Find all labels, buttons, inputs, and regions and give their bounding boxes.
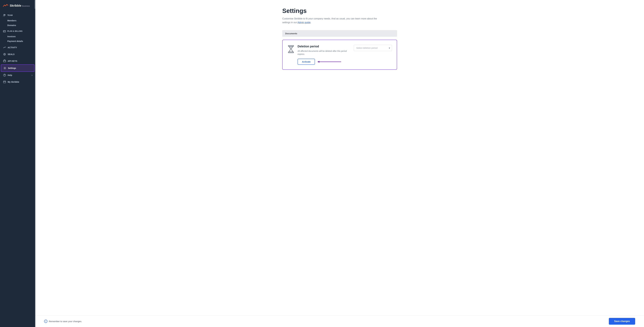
sidebar-item-payment-details[interactable]: Payment details — [0, 39, 35, 43]
nav-section-team-header[interactable]: TEAM — [0, 12, 35, 18]
hourglass-icon — [287, 45, 295, 53]
sidebar-item-api-keys[interactable]: API KEYS — [0, 58, 35, 64]
sidebar-item-seals[interactable]: SEALS — [0, 51, 35, 58]
main-content: Settings Customise Skribble to fit your … — [35, 0, 644, 327]
page-desc-part1: Customise Skribble to fit your company n… — [282, 17, 377, 20]
nav-section-billing-label: PLAN & BILLING — [7, 30, 22, 32]
sidebar: Skribble Business TEAM Members D — [0, 0, 35, 327]
svg-rect-4 — [4, 31, 4, 32]
deletion-period-select-area: Select deletion period 30 days 60 days 9… — [354, 45, 392, 51]
sidebar-item-members[interactable]: Members — [0, 18, 35, 23]
card-inner: Deletion period All affected documents w… — [287, 45, 392, 65]
help-icon — [3, 73, 6, 77]
sidebar-item-activity[interactable]: ACTIVITY — [0, 44, 35, 51]
svg-rect-7 — [4, 60, 6, 62]
sidebar-item-my-skribble[interactable]: My Skribble — [0, 78, 35, 85]
sidebar-item-settings[interactable]: Settings — [1, 64, 34, 72]
activity-icon — [3, 46, 6, 49]
svg-rect-13 — [4, 81, 6, 83]
svg-point-10 — [4, 68, 5, 68]
page-description: Customise Skribble to fit your company n… — [282, 17, 397, 24]
sidebar-item-domains[interactable]: Domains — [0, 23, 35, 28]
settings-icon — [3, 66, 6, 70]
logo[interactable]: Skribble Business — [0, 0, 35, 11]
svg-point-5 — [4, 53, 6, 55]
deletion-period-title: Deletion period — [298, 45, 351, 48]
deletion-period-select[interactable]: Select deletion period 30 days 60 days 9… — [354, 45, 392, 51]
deletion-period-select-wrapper: Select deletion period 30 days 60 days 9… — [354, 45, 392, 51]
sidebar-item-settings-label: Settings — [8, 67, 16, 69]
sidebar-item-help[interactable]: Help › — [0, 72, 35, 78]
annotation-arrow — [316, 59, 342, 64]
nav-section-billing-header[interactable]: PLAN & BILLING — [0, 28, 35, 34]
bottom-bar-info: i Remember to save your changes. — [44, 320, 82, 323]
bottom-bar: i Remember to save your changes. Save ch… — [35, 315, 644, 327]
sidebar-item-help-label: Help — [8, 74, 12, 76]
billing-icon — [3, 30, 6, 33]
activate-row: Activate — [298, 59, 351, 65]
svg-point-1 — [5, 14, 6, 15]
deletion-period-desc: All affected documents will be deleted a… — [298, 49, 351, 56]
svg-point-2 — [4, 14, 4, 15]
logo-sub-text: Business — [22, 5, 30, 7]
admin-guide-link[interactable]: Admin guide — [298, 21, 310, 24]
save-changes-button[interactable]: Save changes — [609, 318, 635, 325]
my-skribble-icon — [3, 80, 6, 83]
svg-marker-17 — [318, 61, 319, 63]
sidebar-item-invoices[interactable]: Invoices — [0, 34, 35, 39]
save-reminder-text: Remember to save your changes. — [49, 320, 82, 323]
nav-section-team: TEAM Members Domains — [0, 12, 35, 28]
page-desc-part2: settings in our — [282, 21, 297, 24]
documents-section-header: Documents — [282, 30, 397, 37]
api-keys-icon — [3, 59, 6, 63]
logo-brand-text: Skribble — [10, 4, 21, 7]
sidebar-item-api-keys-label: API KEYS — [8, 60, 17, 62]
sidebar-navigation: TEAM Members Domains PLAN & BILLING Invo… — [0, 11, 35, 327]
svg-point-12 — [4, 76, 5, 76]
activate-button[interactable]: Activate — [298, 59, 315, 65]
deletion-period-card: Deletion period All affected documents w… — [282, 40, 397, 70]
nav-section-team-label: TEAM — [7, 14, 13, 16]
nav-section-billing: PLAN & BILLING Invoices Payment details — [0, 28, 35, 43]
seals-icon — [3, 53, 6, 56]
content-area: Settings Customise Skribble to fit your … — [274, 0, 406, 92]
sidebar-item-my-skribble-label: My Skribble — [8, 81, 19, 83]
info-icon: i — [44, 320, 48, 323]
sidebar-item-activity-label: ACTIVITY — [8, 46, 17, 49]
team-icon — [3, 14, 6, 17]
sidebar-item-seals-label: SEALS — [8, 53, 14, 55]
skribble-logo-icon — [3, 3, 8, 8]
svg-rect-3 — [3, 30, 6, 32]
svg-point-6 — [4, 54, 5, 55]
card-body: Deletion period All affected documents w… — [298, 45, 351, 65]
svg-rect-9 — [4, 60, 6, 62]
help-chevron-icon: › — [32, 74, 32, 76]
documents-section-label: Documents — [285, 32, 297, 35]
page-title: Settings — [282, 7, 397, 14]
